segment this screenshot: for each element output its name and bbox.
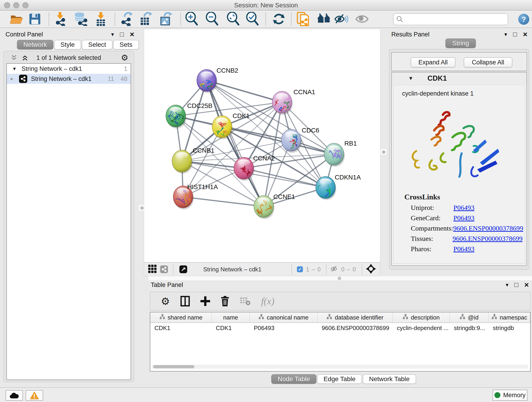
- detach-view-icon[interactable]: [179, 265, 187, 273]
- show-all-button[interactable]: [355, 14, 368, 24]
- horizontal-splitter[interactable]: [148, 276, 532, 280]
- open-session-button[interactable]: [10, 13, 23, 25]
- node-CCNE1[interactable]: [254, 196, 274, 220]
- table-options-gear-icon[interactable]: ⚙: [161, 295, 170, 307]
- grid-view-icon[interactable]: [148, 264, 157, 274]
- export-image-button[interactable]: [159, 12, 172, 26]
- horizontal-scrollbar[interactable]: [152, 365, 528, 369]
- panel-menu-icon[interactable]: ▾: [504, 31, 507, 38]
- warnings-button[interactable]: [26, 390, 43, 401]
- table-cell[interactable]: CDK1: [212, 323, 250, 333]
- expand-all-button[interactable]: Expand All: [411, 57, 456, 67]
- column-header-database-identifier[interactable]: database identifier: [317, 313, 393, 322]
- crosslink-link[interactable]: P06493: [453, 245, 475, 255]
- close-panel-icon[interactable]: ×: [523, 31, 527, 37]
- save-session-button[interactable]: [29, 13, 41, 25]
- search-field-container: [393, 13, 508, 25]
- float-panel-icon[interactable]: □: [514, 281, 518, 288]
- node-CDC6[interactable]: [281, 129, 302, 153]
- hide-selected-button[interactable]: [335, 13, 348, 25]
- close-panel-icon[interactable]: ×: [130, 31, 134, 37]
- panel-menu-icon[interactable]: ▾: [506, 282, 508, 288]
- expand-collapse-box: Expand All Collapse All: [391, 52, 527, 71]
- zoom-out-button[interactable]: [206, 12, 218, 26]
- horizontal-splitter-handle[interactable]: [338, 277, 341, 280]
- float-panel-icon[interactable]: □: [513, 31, 517, 38]
- help-button[interactable]: ?: [518, 14, 529, 25]
- node-RB1[interactable]: [324, 143, 345, 167]
- tab-edge-table[interactable]: Edge Table: [317, 374, 362, 384]
- import-table-file-button[interactable]: [94, 12, 107, 26]
- node-CDC25B[interactable]: [166, 105, 186, 128]
- scrollbar-thumb[interactable]: [153, 365, 194, 368]
- protein-entry-header[interactable]: ▼ CDK1: [392, 72, 526, 84]
- tab-network-table[interactable]: Network Table: [363, 374, 416, 384]
- network-icon: [19, 75, 27, 83]
- table-cell[interactable]: CDK1: [150, 323, 212, 333]
- network-canvas[interactable]: CCNB2CCNA1CDC25BCDK1CDC6RB1CCNB1CCNA2CDK…: [144, 29, 380, 262]
- export-network-button[interactable]: [120, 12, 133, 26]
- edge-CCNB2-CCNA1[interactable]: [207, 80, 282, 102]
- automation-cloud-button[interactable]: [6, 390, 23, 401]
- import-network-database-button[interactable]: [74, 12, 88, 26]
- network-tree-label: String Network – cdk1: [22, 65, 82, 72]
- column-header-shared-name[interactable]: shared name: [150, 313, 212, 322]
- search-input[interactable]: [403, 16, 502, 23]
- node-CCNB2[interactable]: [197, 70, 217, 95]
- crosslink-link[interactable]: P06493: [453, 214, 475, 224]
- protein-entry-body: cyclin-dependent kinase 1: [393, 85, 525, 264]
- birds-eye-view-icon[interactable]: [366, 264, 376, 275]
- zoom-fit-button[interactable]: [227, 12, 239, 26]
- tab-network[interactable]: Network: [17, 40, 53, 50]
- column-header-description[interactable]: description: [393, 313, 450, 322]
- first-neighbors-button[interactable]: [317, 13, 331, 25]
- show-columns-icon[interactable]: [180, 296, 190, 306]
- disclosure-triangle-icon[interactable]: ▼: [11, 66, 18, 71]
- table-cell[interactable]: stringdb:9...: [450, 323, 489, 333]
- node-CCNA1[interactable]: [272, 91, 295, 119]
- delete-column-icon[interactable]: [221, 296, 229, 306]
- network-options-gear-icon[interactable]: ⚙: [121, 53, 128, 63]
- crosslink-link[interactable]: 9606.ENSP00000378699: [452, 235, 523, 245]
- tab-string[interactable]: String: [445, 38, 476, 48]
- node-CDKN1A[interactable]: [315, 177, 336, 203]
- add-column-icon[interactable]: [201, 296, 210, 306]
- table-cell[interactable]: P06493: [250, 323, 317, 333]
- new-network-from-selection-button[interactable]: [297, 12, 309, 26]
- control-panel-title: Control Panel: [6, 31, 43, 38]
- table-row[interactable]: CDK1CDK1P064939606.ENSP00000378699cyclin…: [150, 323, 530, 333]
- network-share-icon[interactable]: [160, 265, 168, 273]
- edge-HIST1H1A-CCNE1[interactable]: [183, 197, 264, 206]
- column-header-name[interactable]: name: [212, 313, 250, 322]
- memory-status-dot: [494, 392, 500, 398]
- node-CDK1[interactable]: [212, 116, 233, 139]
- network-tree-row[interactable]: ●String Network – cdk11148: [7, 74, 131, 84]
- crosslink-link[interactable]: P06493: [453, 204, 475, 214]
- tab-node-table[interactable]: Node Table: [271, 374, 317, 384]
- table-cell[interactable]: 9606.ENSP00000378699: [317, 323, 393, 333]
- float-panel-icon[interactable]: □: [120, 31, 124, 38]
- node-label-CDKN1A: CDKN1A: [335, 174, 361, 181]
- tab-select[interactable]: Select: [82, 40, 113, 50]
- collapse-all-button[interactable]: Collapse All: [464, 57, 512, 67]
- zoom-selected-button[interactable]: [246, 12, 259, 26]
- column-tree-icon: [159, 314, 165, 321]
- zoom-in-button[interactable]: [185, 12, 198, 26]
- crosslink-link[interactable]: 9606.ENSP00000378699: [453, 224, 523, 235]
- panel-menu-icon[interactable]: ▾: [111, 31, 114, 38]
- table-cell[interactable]: stringdb: [489, 323, 530, 333]
- column-header-namespac[interactable]: namespac: [489, 313, 530, 322]
- table-cell[interactable]: cyclin-dependent ...: [393, 323, 450, 333]
- memory-button[interactable]: Memory: [493, 390, 527, 401]
- network-tree-row[interactable]: ▼String Network – cdk11: [7, 64, 131, 74]
- column-header-@id[interactable]: @id: [450, 313, 489, 322]
- tab-style[interactable]: Style: [54, 40, 81, 50]
- column-header-canonical-name[interactable]: canonical name: [250, 313, 317, 322]
- apply-layout-button[interactable]: [272, 13, 285, 26]
- selected-checkbox-icon[interactable]: ✓: [297, 266, 303, 272]
- tab-sets[interactable]: Sets: [113, 40, 139, 50]
- import-network-file-button[interactable]: [54, 12, 66, 26]
- close-panel-icon[interactable]: ×: [524, 282, 529, 288]
- disclosure-triangle-icon[interactable]: ▼: [408, 75, 413, 81]
- export-table-button[interactable]: [139, 12, 152, 26]
